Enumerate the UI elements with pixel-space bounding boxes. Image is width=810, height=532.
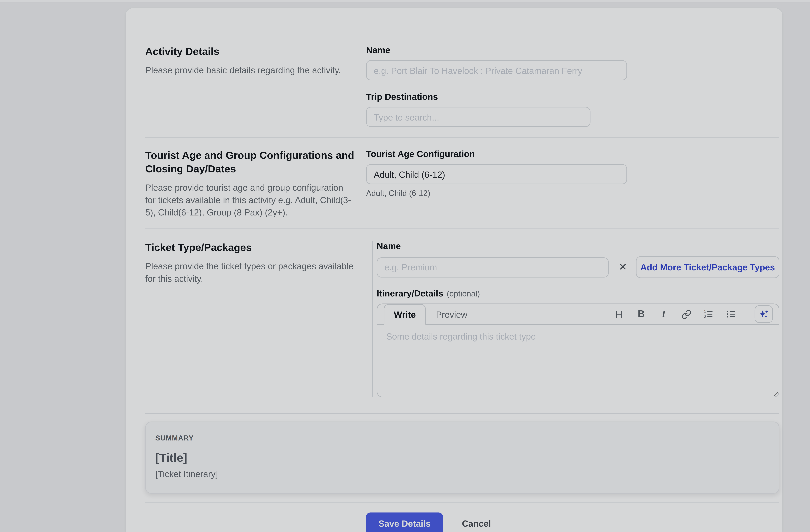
viewport: Activity Details Please provide basic de…: [0, 0, 810, 532]
page-dim-overlay: [0, 0, 810, 532]
